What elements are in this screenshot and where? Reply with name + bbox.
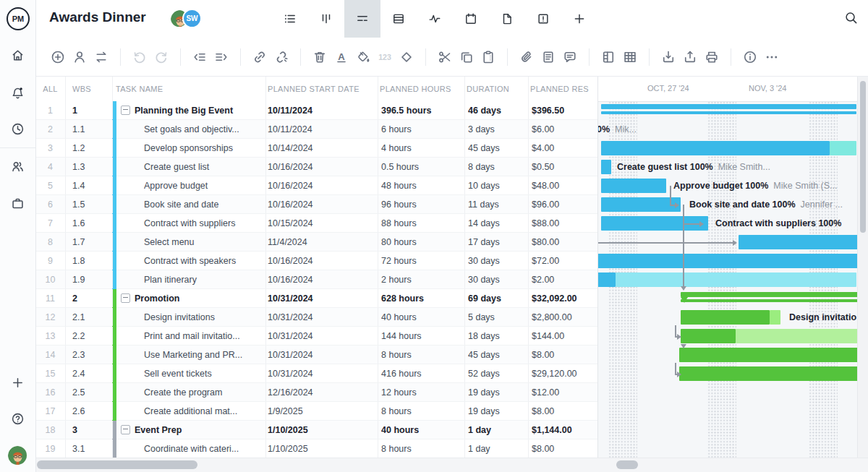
task-name-cell[interactable]: Select menu xyxy=(144,233,265,251)
table-row[interactable]: 61.510/16/202496 hours11 days$96.00Book … xyxy=(35,195,597,214)
column-header[interactable]: TASK NAME xyxy=(116,77,260,101)
task-name-cell[interactable]: Coordinate with cateri... xyxy=(144,439,265,458)
table-row[interactable]: 193.11/10/20258 hours1 day$8.00Coordinat… xyxy=(35,439,597,458)
gantt-horizontal-scroll-thumb[interactable] xyxy=(616,460,638,469)
gantt-task-bar[interactable] xyxy=(597,254,868,268)
collapse-toggle-icon[interactable] xyxy=(121,425,130,434)
column-header[interactable]: PLANNED HOURS xyxy=(380,77,463,101)
table-row[interactable]: 21.110/11/20246 hours3 days$6.00Set goal… xyxy=(35,120,597,139)
column-header[interactable]: WBS xyxy=(72,77,109,101)
gantt-task-bar[interactable] xyxy=(601,179,666,193)
task-name-cell[interactable]: Plan itinerary xyxy=(144,270,265,288)
table-horizontal-scroll-thumb[interactable] xyxy=(37,460,197,469)
table-row[interactable]: 81.711/4/202480 hours17 days$80.00Select… xyxy=(35,233,597,252)
toolbar-link-icon[interactable] xyxy=(249,46,271,68)
toolbar-grid-icon[interactable] xyxy=(619,46,641,68)
toolbar-fill-icon[interactable] xyxy=(352,46,374,68)
table-row[interactable]: 152.410/31/2024416 hours52 days$29,120.0… xyxy=(35,364,597,383)
task-name-cell[interactable]: Set goals and objectiv... xyxy=(144,120,265,138)
gantt-task-bar[interactable] xyxy=(601,197,681,212)
toolbar-copy-icon[interactable] xyxy=(456,46,477,68)
task-name-cell[interactable]: Print and mail invitatio... xyxy=(144,327,265,345)
gantt-task-bar[interactable] xyxy=(601,160,611,174)
task-name-cell[interactable]: Create the program xyxy=(144,383,265,401)
gantt-task-bar-remaining[interactable] xyxy=(616,273,856,287)
toolbar-font-color-icon[interactable]: A xyxy=(331,46,352,68)
toolbar-user-icon[interactable] xyxy=(69,46,90,68)
toolbar-milestone-icon[interactable] xyxy=(396,46,417,68)
sidebar-help-icon[interactable] xyxy=(0,404,35,433)
view-tab-doc-icon[interactable] xyxy=(489,0,525,38)
collapse-toggle-icon[interactable] xyxy=(121,106,130,115)
pm-logo[interactable]: PM xyxy=(7,7,30,30)
toolbar-print-icon[interactable] xyxy=(701,46,723,68)
view-tab-list-icon[interactable] xyxy=(272,0,308,38)
task-name-cell[interactable]: Use Marketing and PR... xyxy=(144,346,265,364)
gantt-task-bar-remaining[interactable] xyxy=(736,329,868,343)
gantt-task-bar-remaining[interactable] xyxy=(830,141,856,155)
table-row[interactable]: 1110/11/2024396.5 hours46 days$396.50Pla… xyxy=(35,101,597,120)
gantt-vertical-scroll-thumb[interactable] xyxy=(860,81,866,233)
gantt-task-bar[interactable] xyxy=(601,141,830,155)
gantt-task-bar[interactable] xyxy=(679,348,868,362)
gantt-vertical-scrollbar[interactable] xyxy=(857,77,868,458)
toolbar-columns-icon[interactable] xyxy=(597,46,619,68)
gantt-task-bar[interactable] xyxy=(597,273,616,287)
table-row[interactable]: 122.110/31/202440 hours5 days$2,800.00De… xyxy=(35,308,597,327)
collapse-toggle-icon[interactable] xyxy=(121,293,130,303)
table-row[interactable]: 51.410/16/202448 hours10 days$48.00Appro… xyxy=(35,176,597,195)
view-tab-alert-icon[interactable] xyxy=(525,0,561,38)
table-row[interactable]: 91.810/16/202472 hours30 days$72.00Contr… xyxy=(35,252,597,270)
toolbar-comment-icon[interactable] xyxy=(559,46,581,68)
gantt-task-bar[interactable] xyxy=(681,310,770,325)
toolbar-info-icon[interactable] xyxy=(739,46,761,68)
task-name-cell[interactable]: Contract with speakers xyxy=(144,252,265,270)
table-row[interactable]: 11210/31/2024628 hours69 days$32,092.00P… xyxy=(35,289,597,308)
toolbar-paste-icon[interactable] xyxy=(477,46,499,68)
gantt-summary-bar[interactable] xyxy=(601,111,856,114)
gantt-summary-bar[interactable] xyxy=(681,299,859,302)
task-name-cell[interactable]: Planning the Big Event xyxy=(121,101,265,119)
gantt-task-bar[interactable] xyxy=(739,235,868,249)
toolbar-notes-icon[interactable] xyxy=(537,46,559,68)
project-avatars[interactable]: SW xyxy=(169,9,202,29)
task-name-cell[interactable]: Create guest list xyxy=(144,158,265,176)
gantt-summary-bar[interactable] xyxy=(681,292,859,297)
task-name-cell[interactable]: Approve budget xyxy=(144,176,265,194)
toolbar-unlink-icon[interactable] xyxy=(271,46,292,68)
search-icon[interactable] xyxy=(844,11,858,25)
table-row[interactable]: 1831/10/202540 hours1 day$1,144.00Event … xyxy=(35,421,597,439)
column-header[interactable]: PLANNED RES xyxy=(530,77,597,101)
sidebar-bell-icon[interactable] xyxy=(0,78,35,107)
gantt-task-bar-remaining[interactable] xyxy=(770,310,780,325)
gantt-task-bar[interactable] xyxy=(681,329,736,343)
column-header[interactable]: ALL xyxy=(35,77,65,101)
task-name-cell[interactable]: Book site and date xyxy=(144,195,265,213)
task-name-cell[interactable]: Contract with suppliers xyxy=(144,214,265,232)
toolbar-scissors-icon[interactable] xyxy=(434,46,456,68)
table-row[interactable]: 172.61/9/20258 hours19 days$8.00Create a… xyxy=(35,402,597,421)
toolbar-trash-icon[interactable] xyxy=(309,46,331,68)
table-row[interactable]: 142.310/31/20248 hours45 days$8.00Use Ma… xyxy=(35,346,597,364)
view-tab-sheet-icon[interactable] xyxy=(380,0,417,38)
table-row[interactable]: 41.310/16/20240.5 hours8 days$0.50Create… xyxy=(35,158,597,176)
sidebar-add-icon[interactable] xyxy=(0,368,35,397)
view-tab-calendar-icon[interactable] xyxy=(453,0,489,38)
table-row[interactable]: 101.910/16/20242 hours30 days$2.00Plan i… xyxy=(35,270,597,289)
toolbar-import-icon[interactable] xyxy=(658,46,679,68)
toolbar-circle-plus-icon[interactable] xyxy=(47,46,69,68)
table-row[interactable]: 71.610/15/202488 hours14 days$88.00Contr… xyxy=(35,214,597,233)
table-row[interactable]: 132.210/31/2024144 hours18 days$144.00Pr… xyxy=(35,327,597,346)
task-name-cell[interactable]: Create additional mat... xyxy=(144,402,265,420)
task-name-cell[interactable]: Sell event tickets xyxy=(144,364,265,382)
table-row[interactable]: 31.210/14/20244 hours45 days$4.00Develop… xyxy=(35,139,597,158)
view-tab-activity-icon[interactable] xyxy=(417,0,453,38)
sidebar-clock-icon[interactable] xyxy=(0,114,35,143)
toolbar-indent-icon[interactable] xyxy=(210,46,232,68)
column-header[interactable]: DURATION xyxy=(467,77,527,101)
view-tab-plus-icon[interactable] xyxy=(561,0,597,38)
user-avatar[interactable] xyxy=(8,446,27,465)
sidebar-team-icon[interactable] xyxy=(0,152,35,181)
toolbar-swap-icon[interactable] xyxy=(90,46,112,68)
gantt-task-bar[interactable] xyxy=(679,366,868,381)
